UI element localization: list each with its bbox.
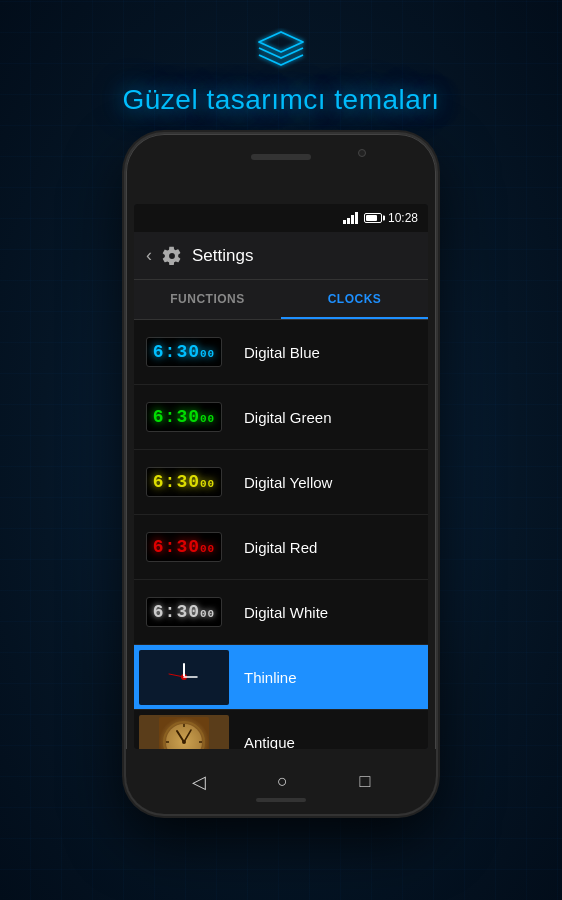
layers-icon [255,28,307,72]
clock-thumbnail-red: 6:3000 [134,515,234,580]
clock-label-thinline: Thinline [244,669,297,686]
gear-icon [162,246,182,266]
clock-time-green: 6:3000 [153,407,215,427]
clock-thumbnail-thinline [134,645,234,710]
nav-back-button[interactable]: ◁ [192,771,206,793]
clock-item-digital-green[interactable]: 6:3000 Digital Green [134,385,428,450]
nav-recent-button[interactable]: □ [359,771,370,792]
clock-label-antique: Antique [244,734,295,750]
clock-item-digital-white[interactable]: 6:3000 Digital White [134,580,428,645]
svg-marker-0 [259,32,303,52]
clock-thumbnail-blue: 6:3000 [134,320,234,385]
signal-icon [343,212,358,224]
page-title: Güzel tasarımcı temaları [123,84,440,116]
status-time: 10:28 [388,211,418,225]
app-bar: ‹ Settings [134,232,428,280]
antique-clock-svg [159,717,209,749]
clock-item-digital-red[interactable]: 6:3000 Digital Red [134,515,428,580]
tab-functions[interactable]: FUNCTIONS [134,280,281,319]
phone-speaker [251,154,311,160]
top-section: Güzel tasarımcı temaları [123,0,440,116]
status-bar: 10:28 [134,204,428,232]
clock-label-red: Digital Red [244,539,317,556]
clock-thumbnail-white: 6:3000 [134,580,234,645]
phone-nav-bar: ◁ ○ □ [126,749,436,814]
nav-home-button[interactable]: ○ [277,771,288,792]
clock-time-blue: 6:3000 [153,342,215,362]
battery-icon [364,213,382,223]
clock-list: 6:3000 Digital Blue 6:3000 Digital Green [134,320,428,749]
clock-item-thinline[interactable]: Thinline [134,645,428,710]
clock-time-red: 6:3000 [153,537,215,557]
clock-label-green: Digital Green [244,409,332,426]
clock-time-white: 6:3000 [153,602,215,622]
phone-chin [256,798,306,802]
back-button[interactable]: ‹ [146,245,152,266]
clock-thumbnail-antique [134,710,234,750]
phone-camera [358,149,366,157]
phone-screen: 10:28 ‹ Settings FUNCTIONS CLOCKS [134,204,428,749]
clock-time-yellow: 6:3000 [153,472,215,492]
clock-thumbnail-yellow: 6:3000 [134,450,234,515]
clock-label-white: Digital White [244,604,328,621]
tab-clocks[interactable]: CLOCKS [281,280,428,319]
clock-item-digital-blue[interactable]: 6:3000 Digital Blue [134,320,428,385]
clock-label-yellow: Digital Yellow [244,474,332,491]
clock-label-blue: Digital Blue [244,344,320,361]
clock-item-digital-yellow[interactable]: 6:3000 Digital Yellow [134,450,428,515]
phone-frame: 10:28 ‹ Settings FUNCTIONS CLOCKS [126,134,436,814]
thinline-clock-svg [159,652,209,702]
tab-bar: FUNCTIONS CLOCKS [134,280,428,320]
clock-item-antique[interactable]: Antique [134,710,428,749]
clock-thumbnail-green: 6:3000 [134,385,234,450]
app-bar-title: Settings [192,246,416,266]
